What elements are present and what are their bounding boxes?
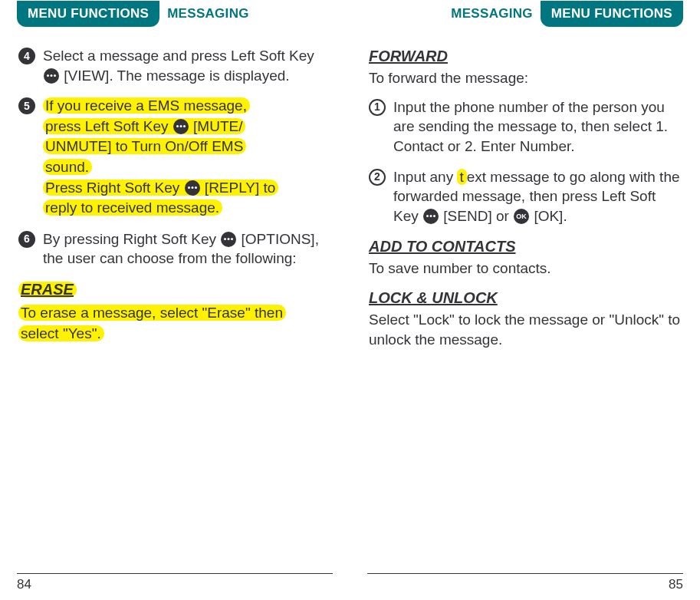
step-5-hl-2: press Left Soft Key [MUTE/ bbox=[43, 118, 245, 134]
add-contacts-sub: To save number to contacts. bbox=[369, 259, 682, 279]
footer-rule bbox=[17, 573, 333, 574]
dots-icon bbox=[423, 209, 439, 224]
step-number-5: 5 bbox=[18, 97, 35, 114]
erase-line-2: select "Yes". bbox=[18, 325, 104, 341]
circled-2: 2 bbox=[369, 169, 386, 186]
page-number-85: 85 bbox=[669, 576, 683, 594]
dots-icon bbox=[185, 180, 200, 196]
step-5-hl-5b: [REPLY] to bbox=[201, 180, 276, 196]
fs2-a: Input any bbox=[393, 169, 457, 185]
step-5-text: If you receive a EMS message, press Left… bbox=[43, 96, 331, 219]
step-4: 4 Select a message and press Left Soft K… bbox=[18, 46, 331, 85]
fs2-hl: t bbox=[457, 169, 466, 185]
ok-icon bbox=[514, 209, 529, 224]
step-number-4: 4 bbox=[18, 48, 35, 64]
messaging-label: MESSAGING bbox=[451, 5, 533, 23]
fs2-d: [OK]. bbox=[530, 208, 567, 224]
step-6-text-a: By pressing Right Soft Key bbox=[43, 231, 220, 247]
lock-unlock-sub: Select "Lock" to lock the message or "Un… bbox=[369, 310, 682, 349]
page-84: MENU FUNCTIONS MESSAGING 4 Select a mess… bbox=[0, 0, 350, 600]
forward-heading: FORWARD bbox=[369, 48, 448, 64]
erase-heading-hl: ERASE bbox=[18, 282, 77, 298]
forward-sub: To forward the message: bbox=[369, 68, 682, 88]
step-4-text-b: [VIEW]. The message is displayed. bbox=[60, 68, 290, 84]
dots-icon bbox=[173, 119, 189, 134]
lock-unlock-heading: LOCK & UNLOCK bbox=[369, 289, 498, 306]
lock-unlock-block: LOCK & UNLOCK Select "Lock" to lock the … bbox=[369, 288, 682, 349]
page-85: MESSAGING MENU FUNCTIONS FORWARD To forw… bbox=[350, 0, 700, 600]
header-left: MENU FUNCTIONS MESSAGING bbox=[17, 0, 333, 28]
step-6: 6 By pressing Right Soft Key [OPTIONS], … bbox=[18, 229, 331, 269]
dots-icon bbox=[221, 232, 236, 247]
step-5: 5 If you receive a EMS message, press Le… bbox=[18, 96, 331, 219]
add-contacts-heading: ADD TO CONTACTS bbox=[369, 238, 515, 255]
step-4-text: Select a message and press Left Soft Key… bbox=[43, 46, 331, 85]
page-number-84: 84 bbox=[17, 576, 31, 594]
fs2-c: [SEND] or bbox=[439, 208, 513, 224]
erase-text: To erase a message, select "Erase" then … bbox=[18, 303, 331, 344]
erase-heading: ERASE bbox=[21, 281, 74, 298]
menu-functions-tab: MENU FUNCTIONS bbox=[541, 1, 683, 27]
content-left: 4 Select a message and press Left Soft K… bbox=[17, 46, 333, 344]
step-5-hl-6: reply to received message. bbox=[43, 199, 222, 216]
step-5-hl-1: If you receive a EMS message, bbox=[43, 97, 250, 114]
step-6-text: By pressing Right Soft Key [OPTIONS], th… bbox=[43, 229, 331, 269]
step-number-6: 6 bbox=[18, 231, 35, 248]
step-5-hl-5: Press Right Soft Key [REPLY] to bbox=[43, 180, 278, 196]
erase-block: ERASE To erase a message, select "Erase"… bbox=[18, 279, 331, 344]
step-5-hl-5a: Press Right Soft Key bbox=[45, 180, 184, 196]
step-5-hl-3: UNMUTE] to Turn On/Off EMS bbox=[43, 138, 246, 154]
step-5-hl-4: sound. bbox=[43, 159, 92, 175]
menu-functions-tab: MENU FUNCTIONS bbox=[17, 1, 159, 27]
step-5-hl-2a: press Left Soft Key bbox=[45, 118, 173, 134]
step-5-hl-2b: [MUTE/ bbox=[189, 118, 243, 134]
erase-line-1: To erase a message, select "Erase" then bbox=[18, 305, 286, 321]
footer-rule bbox=[367, 573, 683, 574]
circled-1: 1 bbox=[369, 99, 386, 116]
add-contacts-block: ADD TO CONTACTS To save number to contac… bbox=[369, 236, 682, 279]
forward-step-2: 2 Input any text message to go along wit… bbox=[369, 167, 682, 226]
forward-step-1-text: Input the phone number of the person you… bbox=[393, 97, 682, 157]
forward-step-1: 1 Input the phone number of the person y… bbox=[369, 97, 682, 157]
header-right: MESSAGING MENU FUNCTIONS bbox=[367, 0, 683, 28]
dots-icon bbox=[44, 68, 59, 84]
messaging-label: MESSAGING bbox=[167, 5, 249, 23]
step-4-text-a: Select a message and press Left Soft Key bbox=[43, 48, 314, 64]
content-right: FORWARD To forward the message: 1 Input … bbox=[367, 46, 683, 349]
forward-block: FORWARD To forward the message: bbox=[369, 46, 682, 88]
forward-step-2-text: Input any text message to go along with … bbox=[393, 167, 682, 226]
